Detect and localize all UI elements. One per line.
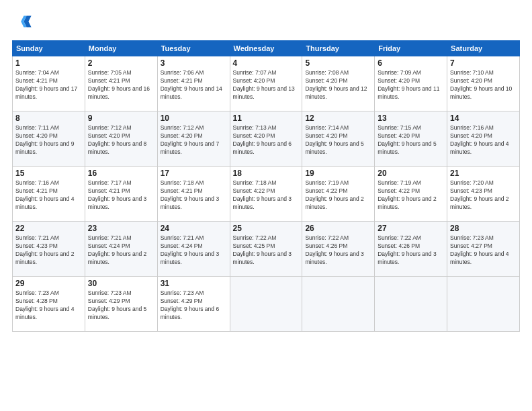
day-info: Sunrise: 7:23 AMSunset: 4:28 PMDaylight:… <box>15 289 82 322</box>
day-info: Sunrise: 7:21 AMSunset: 4:24 PMDaylight:… <box>161 234 227 267</box>
day-info: Sunrise: 7:08 AMSunset: 4:20 PMDaylight:… <box>305 69 371 101</box>
calendar-cell: 18Sunrise: 7:18 AMSunset: 4:22 PMDayligh… <box>230 167 302 222</box>
day-info: Sunrise: 7:09 AMSunset: 4:20 PMDaylight:… <box>378 69 444 101</box>
calendar-cell <box>302 277 375 332</box>
calendar-cell: 31Sunrise: 7:23 AMSunset: 4:29 PMDayligh… <box>157 277 230 332</box>
calendar-cell: 4Sunrise: 7:07 AMSunset: 4:20 PMDaylight… <box>230 56 302 111</box>
calendar-cell: 1Sunrise: 7:04 AMSunset: 4:21 PMDaylight… <box>13 56 85 111</box>
day-info: Sunrise: 7:12 AMSunset: 4:20 PMDaylight:… <box>161 124 227 156</box>
calendar-cell: 27Sunrise: 7:22 AMSunset: 4:26 PMDayligh… <box>375 222 447 277</box>
day-number: 16 <box>88 169 154 178</box>
weekday-header: Sunday <box>13 41 85 56</box>
day-info: Sunrise: 7:16 AMSunset: 4:21 PMDaylight:… <box>15 179 82 212</box>
day-number: 21 <box>450 169 517 178</box>
day-info: Sunrise: 7:23 AMSunset: 4:29 PMDaylight:… <box>88 289 154 322</box>
day-number: 7 <box>450 58 517 68</box>
day-info: Sunrise: 7:22 AMSunset: 4:26 PMDaylight:… <box>378 234 444 267</box>
calendar-body: 1Sunrise: 7:04 AMSunset: 4:21 PMDaylight… <box>13 56 520 332</box>
day-number: 12 <box>305 113 371 123</box>
calendar-cell: 25Sunrise: 7:22 AMSunset: 4:25 PMDayligh… <box>230 222 302 277</box>
calendar-cell: 30Sunrise: 7:23 AMSunset: 4:29 PMDayligh… <box>85 277 157 332</box>
day-number: 15 <box>15 169 82 178</box>
calendar-cell: 8Sunrise: 7:11 AMSunset: 4:20 PMDaylight… <box>13 111 85 167</box>
day-number: 30 <box>88 279 154 288</box>
day-number: 19 <box>305 169 371 178</box>
calendar-cell: 6Sunrise: 7:09 AMSunset: 4:20 PMDaylight… <box>375 56 447 111</box>
calendar-cell: 26Sunrise: 7:22 AMSunset: 4:26 PMDayligh… <box>302 222 375 277</box>
calendar-table: SundayMondayTuesdayWednesdayThursdayFrid… <box>12 40 520 332</box>
calendar-cell: 16Sunrise: 7:17 AMSunset: 4:21 PMDayligh… <box>85 167 157 222</box>
day-number: 9 <box>88 113 154 123</box>
calendar-week-row: 22Sunrise: 7:21 AMSunset: 4:23 PMDayligh… <box>13 222 520 277</box>
weekday-header: Wednesday <box>230 41 302 56</box>
logo <box>12 12 35 34</box>
day-info: Sunrise: 7:23 AMSunset: 4:27 PMDaylight:… <box>450 234 517 267</box>
calendar-cell: 21Sunrise: 7:20 AMSunset: 4:23 PMDayligh… <box>447 167 520 222</box>
day-number: 28 <box>450 224 517 233</box>
weekday-header: Tuesday <box>157 41 230 56</box>
calendar-cell: 19Sunrise: 7:19 AMSunset: 4:22 PMDayligh… <box>302 167 375 222</box>
weekday-header: Monday <box>85 41 157 56</box>
calendar-week-row: 29Sunrise: 7:23 AMSunset: 4:28 PMDayligh… <box>13 277 520 332</box>
day-number: 8 <box>15 113 82 123</box>
day-number: 20 <box>378 169 444 178</box>
day-number: 2 <box>88 58 154 68</box>
day-number: 10 <box>161 113 227 123</box>
calendar-cell: 9Sunrise: 7:12 AMSunset: 4:20 PMDaylight… <box>85 111 157 167</box>
calendar-cell: 5Sunrise: 7:08 AMSunset: 4:20 PMDaylight… <box>302 56 375 111</box>
calendar-week-row: 15Sunrise: 7:16 AMSunset: 4:21 PMDayligh… <box>13 167 520 222</box>
day-info: Sunrise: 7:18 AMSunset: 4:22 PMDaylight:… <box>233 179 300 212</box>
day-number: 31 <box>161 279 227 288</box>
day-number: 17 <box>161 169 227 178</box>
day-number: 27 <box>378 224 444 233</box>
calendar-cell: 11Sunrise: 7:13 AMSunset: 4:20 PMDayligh… <box>230 111 302 167</box>
calendar-cell <box>375 277 447 332</box>
calendar-cell <box>230 277 302 332</box>
calendar-cell <box>447 277 520 332</box>
day-info: Sunrise: 7:13 AMSunset: 4:20 PMDaylight:… <box>233 124 300 156</box>
day-info: Sunrise: 7:05 AMSunset: 4:21 PMDaylight:… <box>88 69 154 101</box>
day-info: Sunrise: 7:18 AMSunset: 4:21 PMDaylight:… <box>161 179 227 212</box>
calendar-cell: 28Sunrise: 7:23 AMSunset: 4:27 PMDayligh… <box>447 222 520 277</box>
day-info: Sunrise: 7:10 AMSunset: 4:20 PMDaylight:… <box>450 69 517 101</box>
calendar-cell: 15Sunrise: 7:16 AMSunset: 4:21 PMDayligh… <box>13 167 85 222</box>
calendar-cell: 23Sunrise: 7:21 AMSunset: 4:24 PMDayligh… <box>85 222 157 277</box>
day-info: Sunrise: 7:14 AMSunset: 4:20 PMDaylight:… <box>305 124 371 156</box>
day-info: Sunrise: 7:11 AMSunset: 4:20 PMDaylight:… <box>15 124 82 156</box>
day-number: 29 <box>15 279 82 288</box>
calendar-cell: 10Sunrise: 7:12 AMSunset: 4:20 PMDayligh… <box>157 111 230 167</box>
weekday-header: Friday <box>375 41 447 56</box>
day-number: 14 <box>450 113 517 123</box>
header <box>12 12 520 34</box>
day-number: 1 <box>15 58 82 68</box>
day-info: Sunrise: 7:07 AMSunset: 4:20 PMDaylight:… <box>233 69 300 101</box>
day-info: Sunrise: 7:06 AMSunset: 4:21 PMDaylight:… <box>161 69 227 101</box>
day-info: Sunrise: 7:22 AMSunset: 4:25 PMDaylight:… <box>233 234 300 267</box>
calendar-week-row: 8Sunrise: 7:11 AMSunset: 4:20 PMDaylight… <box>13 111 520 167</box>
calendar-week-row: 1Sunrise: 7:04 AMSunset: 4:21 PMDaylight… <box>13 56 520 111</box>
day-number: 4 <box>233 58 300 68</box>
calendar-cell: 12Sunrise: 7:14 AMSunset: 4:20 PMDayligh… <box>302 111 375 167</box>
day-number: 18 <box>233 169 300 178</box>
day-info: Sunrise: 7:20 AMSunset: 4:23 PMDaylight:… <box>450 179 517 212</box>
day-number: 26 <box>305 224 371 233</box>
day-info: Sunrise: 7:23 AMSunset: 4:29 PMDaylight:… <box>161 289 227 322</box>
day-number: 5 <box>305 58 371 68</box>
calendar-cell: 13Sunrise: 7:15 AMSunset: 4:20 PMDayligh… <box>375 111 447 167</box>
day-info: Sunrise: 7:12 AMSunset: 4:20 PMDaylight:… <box>88 124 154 156</box>
day-number: 13 <box>378 113 444 123</box>
day-number: 3 <box>161 58 227 68</box>
calendar-cell: 7Sunrise: 7:10 AMSunset: 4:20 PMDaylight… <box>447 56 520 111</box>
day-number: 24 <box>161 224 227 233</box>
logo-icon <box>13 12 32 31</box>
day-number: 22 <box>15 224 82 233</box>
day-info: Sunrise: 7:21 AMSunset: 4:23 PMDaylight:… <box>15 234 82 267</box>
calendar-cell: 24Sunrise: 7:21 AMSunset: 4:24 PMDayligh… <box>157 222 230 277</box>
calendar-cell: 3Sunrise: 7:06 AMSunset: 4:21 PMDaylight… <box>157 56 230 111</box>
day-info: Sunrise: 7:16 AMSunset: 4:20 PMDaylight:… <box>450 124 517 156</box>
day-info: Sunrise: 7:21 AMSunset: 4:24 PMDaylight:… <box>88 234 154 267</box>
calendar-cell: 17Sunrise: 7:18 AMSunset: 4:21 PMDayligh… <box>157 167 230 222</box>
day-info: Sunrise: 7:15 AMSunset: 4:20 PMDaylight:… <box>378 124 444 156</box>
weekday-header: Thursday <box>302 41 375 56</box>
day-number: 25 <box>233 224 300 233</box>
